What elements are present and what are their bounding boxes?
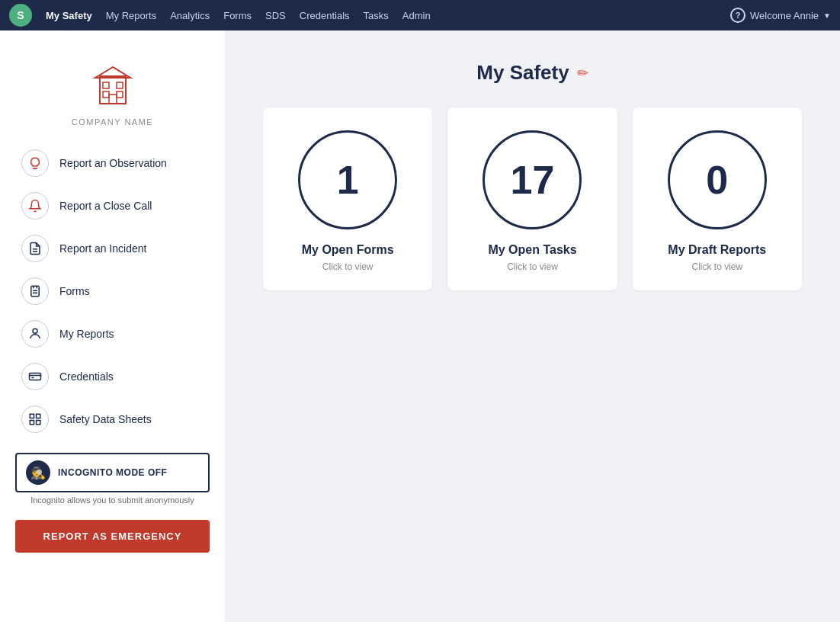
- credentials-link[interactable]: Credentials: [300, 10, 350, 21]
- my-safety-link[interactable]: My Safety: [46, 10, 92, 21]
- lightbulb-icon: [21, 149, 49, 177]
- svg-rect-1: [103, 82, 109, 88]
- open-forms-circle: 1: [298, 130, 397, 229]
- admin-link[interactable]: Admin: [402, 10, 431, 21]
- clipboard-icon: [21, 277, 49, 305]
- sidebar-nav: Report an Observation Report a Close Cal…: [0, 142, 225, 441]
- sidebar: COMPANY NAME Report an Observation: [0, 30, 225, 622]
- top-navigation: S My Safety My Reports Analytics Forms S…: [0, 0, 840, 30]
- analytics-link[interactable]: Analytics: [170, 10, 210, 21]
- credentials-item[interactable]: Credentials: [15, 355, 210, 398]
- safety-data-sheets-item[interactable]: Safety Data Sheets: [15, 398, 210, 441]
- tasks-link[interactable]: Tasks: [364, 10, 389, 21]
- company-name: COMPANY NAME: [72, 117, 153, 127]
- open-tasks-number: 17: [511, 157, 555, 203]
- incognito-description: Incognito allows you to submit anonymous…: [15, 492, 210, 505]
- draft-reports-card[interactable]: 0 My Draft Reports Click to view: [633, 107, 802, 290]
- svg-rect-3: [103, 91, 109, 98]
- app-logo: S: [9, 4, 32, 27]
- chevron-down-icon[interactable]: ▼: [823, 11, 831, 20]
- svg-rect-23: [37, 421, 40, 425]
- forms-link[interactable]: Forms: [223, 10, 252, 21]
- edit-icon[interactable]: ✏: [577, 65, 588, 82]
- my-reports-label: My Reports: [59, 328, 114, 340]
- page-title: My Safety: [476, 61, 569, 85]
- open-tasks-card[interactable]: 17 My Open Tasks Click to view: [447, 107, 617, 290]
- incognito-icon: 🕵: [26, 460, 50, 485]
- incognito-label: INCOGNITO MODE OFF: [58, 467, 167, 478]
- draft-reports-circle: 0: [668, 130, 767, 229]
- open-tasks-sublabel: Click to view: [507, 261, 558, 272]
- my-reports-item[interactable]: My Reports: [15, 313, 210, 355]
- incognito-button[interactable]: 🕵 INCOGNITO MODE OFF: [15, 453, 210, 492]
- forms-label: Forms: [59, 285, 90, 297]
- report-incident-label: Report an Incident: [59, 242, 146, 255]
- safety-data-sheets-label: Safety Data Sheets: [59, 413, 152, 425]
- draft-reports-sublabel: Click to view: [691, 261, 742, 272]
- report-observation-label: Report an Observation: [59, 157, 167, 169]
- forms-item[interactable]: Forms: [15, 270, 210, 313]
- open-forms-card[interactable]: 1 My Open Forms Click to view: [263, 107, 432, 290]
- main-layout: COMPANY NAME Report an Observation: [0, 30, 840, 622]
- document-icon: [21, 235, 49, 262]
- person-icon: [21, 320, 49, 348]
- svg-rect-0: [100, 76, 126, 104]
- svg-rect-17: [30, 374, 41, 380]
- draft-reports-label: My Draft Reports: [668, 243, 766, 257]
- open-forms-label: My Open Forms: [302, 243, 394, 257]
- bell-icon: [21, 192, 49, 220]
- open-tasks-label: My Open Tasks: [488, 243, 576, 257]
- open-forms-number: 1: [337, 157, 359, 203]
- my-reports-link[interactable]: My Reports: [106, 10, 156, 21]
- user-greeting: Welcome Annie: [750, 10, 819, 21]
- report-observation-item[interactable]: Report an Observation: [15, 142, 210, 184]
- open-tasks-circle: 17: [483, 130, 582, 229]
- main-content: My Safety ✏ 1 My Open Forms Click to vie…: [225, 30, 840, 622]
- emergency-button[interactable]: REPORT AS EMERGENCY: [15, 520, 210, 553]
- grid-icon: [21, 406, 49, 433]
- svg-rect-21: [37, 414, 40, 418]
- card-icon: [21, 363, 49, 390]
- help-icon[interactable]: ?: [730, 8, 745, 23]
- svg-rect-20: [30, 414, 34, 418]
- page-title-row: My Safety ✏: [263, 61, 802, 85]
- report-close-call-label: Report a Close Call: [59, 200, 152, 212]
- svg-rect-4: [117, 91, 123, 98]
- cards-row: 1 My Open Forms Click to view 17 My Open…: [263, 107, 802, 290]
- svg-rect-2: [117, 82, 123, 88]
- svg-rect-22: [30, 421, 34, 425]
- sds-link[interactable]: SDS: [265, 10, 286, 21]
- credentials-label: Credentials: [59, 370, 114, 383]
- user-area: ? Welcome Annie ▼: [730, 8, 831, 23]
- report-close-call-item[interactable]: Report a Close Call: [15, 184, 210, 227]
- company-logo-area: COMPANY NAME: [0, 46, 225, 142]
- draft-reports-number: 0: [706, 157, 728, 203]
- company-building-icon: [86, 61, 139, 114]
- incognito-section: 🕵 INCOGNITO MODE OFF Incognito allows yo…: [0, 441, 225, 511]
- open-forms-sublabel: Click to view: [322, 261, 374, 272]
- svg-rect-5: [109, 95, 117, 104]
- svg-point-16: [33, 329, 37, 333]
- report-incident-item[interactable]: Report an Incident: [15, 227, 210, 270]
